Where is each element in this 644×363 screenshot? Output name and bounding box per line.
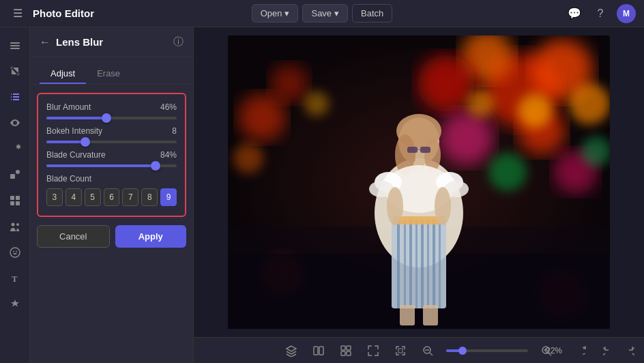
blade-curvature-thumb[interactable] xyxy=(151,161,160,171)
save-button[interactable]: Save ▾ xyxy=(302,4,348,23)
open-button[interactable]: Open ▾ xyxy=(252,4,299,23)
sidebar-item-layers[interactable] xyxy=(4,34,26,56)
layers-icon[interactable] xyxy=(282,342,300,360)
blade-count-btn-3[interactable]: 3 xyxy=(46,188,63,206)
svg-point-10 xyxy=(16,223,19,226)
svg-rect-7 xyxy=(10,201,14,205)
chevron-down-icon: ▾ xyxy=(334,8,339,18)
sidebar-item-magic[interactable] xyxy=(4,138,26,160)
svg-rect-8 xyxy=(16,201,20,205)
compare-icon[interactable] xyxy=(310,342,327,360)
sidebar-item-eye[interactable] xyxy=(4,112,26,134)
sidebar-item-shapes[interactable] xyxy=(4,164,26,186)
topbar-left: ☰ Photo Editor xyxy=(8,4,245,23)
svg-point-11 xyxy=(10,248,20,257)
svg-rect-63 xyxy=(423,305,438,325)
panel-header: ← Lens Blur ⓘ xyxy=(30,27,193,57)
bokeh-intensity-label: Bokeh Intensity xyxy=(46,126,102,136)
svg-rect-52 xyxy=(404,220,406,308)
panel-title: Lens Blur xyxy=(56,36,168,48)
blur-amount-value: 46% xyxy=(160,102,177,112)
photo-container xyxy=(228,35,610,329)
batch-button[interactable]: Batch xyxy=(352,4,392,23)
blade-count-btn-9[interactable]: 9 xyxy=(160,188,177,206)
blade-count-btn-8[interactable]: 8 xyxy=(141,188,158,206)
svg-point-61 xyxy=(435,187,451,225)
topbar: ☰ Photo Editor Open ▾ Save ▾ Batch 💬 ? M xyxy=(0,0,644,27)
tab-adjust[interactable]: Adjust xyxy=(40,64,86,84)
bokeh-intensity-label-row: Bokeh Intensity 8 xyxy=(46,126,177,136)
svg-point-21 xyxy=(569,83,610,124)
blade-count-btn-5[interactable]: 5 xyxy=(85,188,101,206)
svg-rect-6 xyxy=(16,196,20,200)
sidebar-item-gallery[interactable] xyxy=(4,190,26,212)
bokeh-intensity-fill xyxy=(46,141,85,143)
icon-sidebar: T xyxy=(0,27,30,363)
redo-icon[interactable] xyxy=(621,343,637,359)
svg-rect-65 xyxy=(319,347,323,355)
undo-icon[interactable] xyxy=(600,343,617,359)
svg-rect-62 xyxy=(400,305,415,325)
zoom-slider-thumb[interactable] xyxy=(458,347,467,355)
svg-point-60 xyxy=(387,187,403,225)
bottom-right-icons xyxy=(580,343,637,359)
blur-amount-control: Blur Amount 46% xyxy=(46,102,177,119)
bokeh-intensity-control: Bokeh Intensity 8 xyxy=(46,126,177,143)
sidebar-item-stickers[interactable] xyxy=(4,242,26,263)
blade-curvature-label: Blade Curvature xyxy=(46,150,106,160)
blade-curvature-fill xyxy=(46,164,156,167)
avatar[interactable]: M xyxy=(617,4,636,23)
zoom-slider-track[interactable] xyxy=(446,349,528,352)
tab-erase[interactable]: Erase xyxy=(86,64,131,84)
svg-rect-2 xyxy=(10,48,20,49)
controls-section: Blur Amount 46% Bokeh Intensity 8 xyxy=(37,93,186,217)
blur-amount-thumb[interactable] xyxy=(102,113,111,123)
svg-rect-1 xyxy=(10,45,20,46)
sidebar-item-adjust[interactable] xyxy=(4,86,26,108)
menu-icon[interactable]: ☰ xyxy=(8,4,27,23)
svg-text:T: T xyxy=(12,274,18,284)
svg-rect-55 xyxy=(421,220,424,308)
fit-icon[interactable] xyxy=(392,342,409,360)
expand-icon[interactable] xyxy=(364,342,382,360)
blade-count-btn-7[interactable]: 7 xyxy=(122,188,138,206)
blade-curvature-slider[interactable] xyxy=(46,164,177,167)
topbar-right: 💬 ? M xyxy=(399,4,636,23)
blade-count-label: Blade Count xyxy=(46,174,177,184)
svg-rect-67 xyxy=(347,346,351,350)
main-area: T ← Lens Blur ⓘ Adjust Erase Blur Amount… xyxy=(0,27,644,363)
svg-point-28 xyxy=(238,93,286,141)
cancel-button[interactable]: Cancel xyxy=(37,225,110,248)
sidebar-item-effects[interactable] xyxy=(4,293,26,315)
svg-rect-3 xyxy=(10,174,15,179)
sidebar-item-crop[interactable] xyxy=(4,60,26,82)
apply-button[interactable]: Apply xyxy=(115,225,187,248)
zoom-out-icon[interactable] xyxy=(419,342,437,360)
info-button[interactable]: ⓘ xyxy=(173,35,184,48)
svg-point-12 xyxy=(13,251,14,252)
blade-count-btn-4[interactable]: 4 xyxy=(65,188,82,206)
bokeh-intensity-slider[interactable] xyxy=(46,141,177,143)
canvas-image xyxy=(194,27,644,337)
svg-rect-51 xyxy=(397,220,400,308)
svg-point-25 xyxy=(581,136,610,166)
grid-icon[interactable] xyxy=(337,342,355,360)
blur-amount-fill xyxy=(46,117,106,119)
blur-amount-slider[interactable] xyxy=(46,117,177,119)
blade-count-control: Blade Count 3456789 xyxy=(46,174,177,206)
blade-curvature-control: Blade Curvature 84% xyxy=(46,150,177,167)
svg-rect-57 xyxy=(433,220,435,308)
svg-point-13 xyxy=(16,251,17,252)
sidebar-item-people[interactable] xyxy=(4,216,26,237)
rotate-ccw-icon[interactable] xyxy=(580,343,596,359)
bokeh-intensity-thumb[interactable] xyxy=(80,137,90,147)
back-button[interactable]: ← xyxy=(40,36,50,48)
svg-rect-64 xyxy=(314,347,318,355)
chat-icon[interactable]: 💬 xyxy=(565,4,584,23)
sidebar-item-text[interactable]: T xyxy=(4,267,26,289)
blade-count-btn-6[interactable]: 6 xyxy=(104,188,120,206)
help-icon[interactable]: ? xyxy=(591,4,610,23)
svg-point-19 xyxy=(418,55,475,112)
svg-rect-58 xyxy=(439,220,441,308)
svg-rect-0 xyxy=(10,42,20,44)
